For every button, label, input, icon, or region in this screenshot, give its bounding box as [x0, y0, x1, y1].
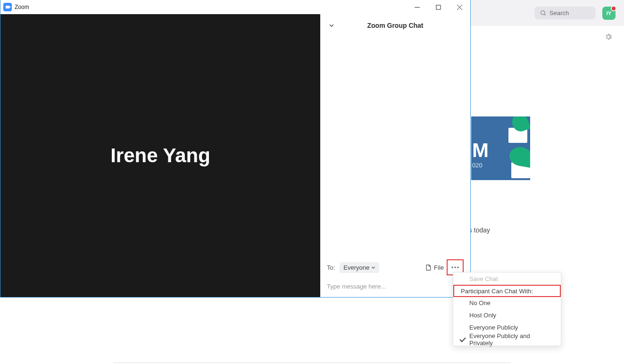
- svg-point-0: [541, 10, 545, 14]
- chat-file-button[interactable]: File: [425, 264, 444, 271]
- menu-option-host-only[interactable]: Host Only: [453, 309, 561, 321]
- chat-panel: Zoom Group Chat To: Everyone File: [320, 14, 470, 297]
- chat-to-selector[interactable]: Everyone: [340, 262, 379, 273]
- menu-section-participant-chat: Participant Can Chat With:: [453, 285, 561, 297]
- close-button[interactable]: [449, 0, 470, 14]
- bg-today-text: s today: [469, 226, 490, 234]
- search-box[interactable]: Search: [534, 7, 596, 19]
- settings-button[interactable]: [604, 33, 613, 41]
- window-title: Zoom: [15, 4, 29, 10]
- chat-messages[interactable]: [320, 37, 470, 256]
- zoom-app-icon: [3, 3, 12, 11]
- search-icon: [540, 10, 547, 17]
- window-body: Irene Yang Zoom Group Chat To: Everyone: [0, 14, 470, 297]
- chat-input-bar: To: Everyone File: [320, 256, 470, 297]
- search-placeholder: Search: [549, 9, 569, 17]
- chat-to-row: To: Everyone File: [327, 259, 464, 275]
- avatar-initials: IY: [607, 10, 611, 16]
- chevron-down-icon: [371, 265, 375, 270]
- chat-more-menu: Save Chat Participant Can Chat With: No …: [453, 272, 561, 346]
- file-icon: [425, 264, 432, 271]
- bg-bottom-border: [113, 363, 511, 363]
- svg-rect-3: [436, 5, 441, 9]
- menu-option-everyone-publicly[interactable]: Everyone Publicly: [453, 321, 561, 333]
- maximize-button[interactable]: [428, 0, 449, 14]
- svg-line-1: [544, 14, 546, 15]
- menu-option-no-one[interactable]: No One: [453, 297, 561, 309]
- video-area[interactable]: Irene Yang: [0, 14, 320, 297]
- banner-year: 020: [472, 162, 483, 169]
- gear-icon: [604, 33, 613, 41]
- minimize-button[interactable]: [407, 0, 428, 14]
- bg-banner: M 020: [471, 116, 530, 180]
- chat-collapse-button[interactable]: [329, 23, 334, 28]
- svg-point-8: [457, 266, 458, 268]
- participant-name: Irene Yang: [110, 144, 210, 167]
- more-icon: [451, 266, 459, 268]
- chevron-down-icon: [329, 23, 334, 28]
- banner-letter: M: [472, 139, 489, 162]
- chat-header: Zoom Group Chat: [320, 14, 470, 37]
- menu-option-everyone-publicly-and-privately[interactable]: Everyone Publicly and Privately: [453, 333, 561, 346]
- file-label: File: [434, 264, 444, 271]
- chat-to-value: Everyone: [343, 264, 369, 271]
- chat-text-input-wrap: [327, 279, 464, 297]
- titlebar[interactable]: Zoom: [0, 0, 470, 14]
- chat-to-label: To:: [327, 264, 335, 271]
- svg-point-7: [454, 266, 456, 268]
- svg-point-6: [451, 266, 453, 268]
- zoom-meeting-window: Zoom Irene Yang Zoom Group Chat: [0, 0, 471, 298]
- avatar[interactable]: IY: [602, 7, 616, 20]
- chat-title: Zoom Group Chat: [367, 22, 424, 29]
- chat-text-input[interactable]: [327, 283, 464, 290]
- window-controls: [407, 0, 470, 14]
- menu-save-chat[interactable]: Save Chat: [453, 273, 561, 285]
